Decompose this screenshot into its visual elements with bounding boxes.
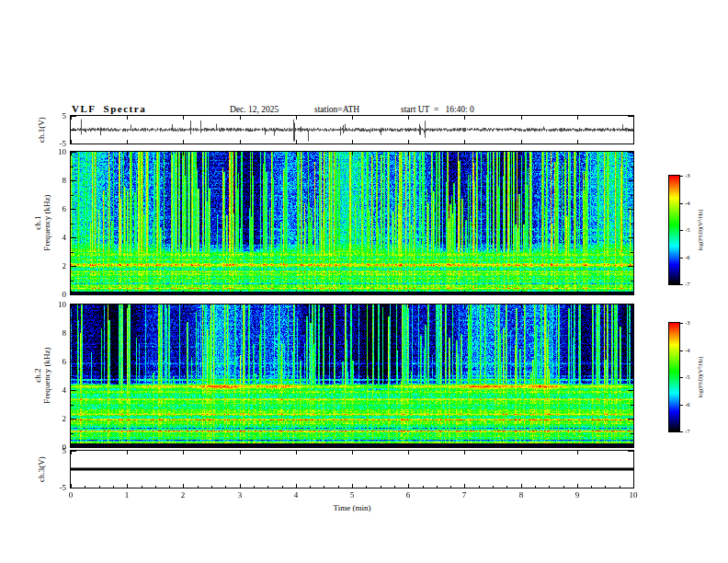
x-major-tick [633,140,634,144]
x-minor-tick [198,486,199,488]
x-major-tick [633,116,634,120]
x-minor-tick [225,486,226,488]
x-minor-tick [254,486,255,488]
y-minor-tick [71,405,74,406]
x-major-tick [296,116,297,120]
x-major-tick [352,304,353,308]
x-minor-tick [85,486,85,488]
ch2-spectrogram-panel [70,304,634,448]
y-tick-label: 4 [35,385,66,395]
x-tick-label: 7 [453,490,475,500]
x-major-tick [127,140,128,144]
y-minor-tick [631,167,633,167]
x-major-tick [633,152,634,155]
y-major-tick [628,294,633,295]
x-minor-tick [366,486,367,488]
y-minor-tick [71,348,74,349]
colorbar-tick-label: -6 [685,401,700,408]
x-major-tick [127,484,128,488]
x-major-tick [183,152,184,155]
x-minor-tick [423,486,424,488]
y-tick-label: 8 [35,328,66,338]
y-minor-tick [71,224,74,224]
x-minor-tick [381,486,381,488]
y-tick-label: 6 [35,204,66,213]
x-major-tick [408,116,409,120]
x-major-tick [240,451,241,454]
x-minor-tick [211,486,212,488]
x-major-tick [577,484,578,488]
x-minor-tick [169,486,170,488]
y-major-tick [628,266,633,267]
y-major-tick [71,362,76,362]
y-tick-label: 10 [35,300,66,309]
x-tick-label: 10 [622,490,644,500]
colorbar-ch2-canvas [669,323,679,431]
x-minor-tick [310,486,311,488]
x-major-tick [577,152,578,155]
x-major-tick [577,304,578,308]
figure-title: VLF Spectra [72,103,146,114]
x-major-tick [240,443,241,447]
x-tick-label: 6 [397,490,419,500]
y-tick-label: 6 [35,357,66,366]
colorbar-tick [680,203,683,204]
y-minor-tick [631,348,633,349]
x-major-tick [240,152,241,155]
x-major-tick [183,451,184,454]
x-major-tick [127,451,128,454]
y-major-tick [71,130,76,131]
y-minor-tick [631,281,633,282]
y-major-tick [628,333,633,334]
x-minor-tick [99,486,100,488]
x-major-tick [408,484,409,488]
x-major-tick [183,116,184,120]
x-minor-tick [267,486,268,488]
x-minor-tick [394,486,395,488]
y-minor-tick [71,252,74,253]
colorbar-ch1-canvas [669,176,679,284]
y-tick-label: 2 [35,414,66,423]
x-major-tick [296,443,297,447]
x-tick-label: 4 [285,490,307,500]
x-major-tick [408,152,409,155]
x-major-tick [408,451,409,454]
colorbar-tick-label: -5 [685,373,700,381]
y-major-tick [71,333,76,334]
colorbar-tick-label: -4 [685,347,700,354]
y-major-tick [71,390,76,391]
y-minor-tick [631,252,633,253]
y-major-tick [71,209,76,210]
y-major-tick [628,419,633,419]
colorbar-tick-label: -4 [685,200,700,207]
x-minor-tick [324,486,324,488]
x-major-tick [577,291,578,294]
x-major-tick [464,451,465,454]
x-major-tick [352,484,353,488]
x-tick-label: 2 [172,490,194,500]
x-tick-label: 1 [116,490,138,500]
x-major-tick [464,443,465,447]
y-major-tick [71,447,76,448]
y-major-tick [628,362,633,362]
y-major-tick [71,304,76,305]
colorbar-tick-label: -3 [685,172,700,179]
x-major-tick [521,484,522,488]
ch1-spectrogram-panel [70,151,634,295]
x-major-tick [183,291,184,294]
colorbar-ch1 [668,175,680,285]
y-minor-tick [631,224,633,224]
x-major-tick [521,152,522,155]
x-minor-tick [113,486,114,488]
y-minor-tick [631,319,633,320]
x-major-tick [633,291,634,294]
x-tick-label: 3 [229,490,251,500]
x-minor-tick [282,486,283,488]
x-minor-tick [506,486,507,488]
y-tick-label: 5 [35,111,66,121]
x-major-tick [127,443,128,447]
vlf-spectra-figure: VLF Spectra Dec. 12, 2025 station=ATH st… [0,0,728,563]
y-minor-tick [71,376,74,377]
x-major-tick [183,484,184,488]
y-major-tick [628,209,633,210]
